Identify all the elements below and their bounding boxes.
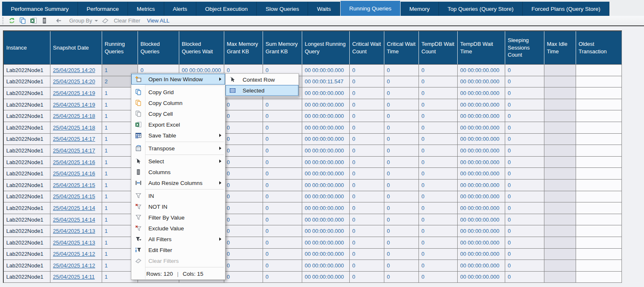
table-cell[interactable]: [576, 260, 622, 272]
table-cell[interactable]: 0: [263, 272, 302, 283]
table-cell[interactable]: 0: [419, 87, 458, 99]
table-cell[interactable]: 0: [263, 134, 302, 145]
table-cell[interactable]: 00 00:00:00.000: [302, 214, 350, 226]
table-cell[interactable]: 25/04/2025 14:13: [50, 225, 102, 237]
menu-item-not-in[interactable]: NOT IN: [131, 201, 225, 212]
table-cell[interactable]: 0: [224, 122, 263, 134]
menu-item-export-excel[interactable]: Export Excel: [131, 119, 225, 130]
table-cell[interactable]: 0: [419, 134, 458, 145]
menu-item-auto-resize-columns[interactable]: Auto Resize Columns: [131, 177, 225, 188]
table-cell[interactable]: 0: [350, 145, 384, 157]
snapshot-date-link[interactable]: 25/04/2025 14:19: [53, 102, 95, 108]
table-cell[interactable]: 0: [419, 260, 458, 272]
table-cell[interactable]: 0: [384, 145, 419, 157]
table-cell[interactable]: 0: [419, 157, 458, 168]
table-cell[interactable]: 0: [350, 157, 384, 168]
table-cell[interactable]: 0: [263, 122, 302, 134]
table-cell[interactable]: Lab2022Node1: [4, 202, 50, 214]
table-cell[interactable]: [576, 214, 622, 226]
table-cell[interactable]: [544, 76, 576, 88]
column-header-max_memory_grant_kb[interactable]: Max Memory Grant KB: [224, 31, 263, 65]
table-cell[interactable]: 0: [384, 87, 419, 99]
table-cell[interactable]: 0: [350, 214, 384, 226]
column-header-critical_wait_time[interactable]: Critical Wait Time: [384, 31, 419, 65]
menu-item-context-row[interactable]: Context Row: [226, 74, 298, 85]
table-cell[interactable]: 0: [419, 65, 458, 76]
tab-top-queries-query-store[interactable]: Top Queries (Query Store): [439, 2, 523, 16]
table-cell[interactable]: 0: [350, 65, 384, 76]
table-cell[interactable]: [576, 272, 622, 283]
table-cell[interactable]: [544, 202, 576, 214]
table-cell[interactable]: 0: [419, 191, 458, 203]
snapshot-date-link[interactable]: 25/04/2025 14:17: [53, 147, 95, 154]
table-cell[interactable]: 0: [384, 191, 419, 203]
snapshot-date-link[interactable]: 25/04/2025 14:12: [53, 262, 95, 269]
table-cell[interactable]: Lab2022Node1: [4, 134, 50, 145]
copy-icon[interactable]: [18, 17, 27, 25]
menu-item-copy-cell[interactable]: Copy Cell: [131, 108, 225, 119]
table-cell[interactable]: 0: [419, 202, 458, 214]
group-by-button[interactable]: Group By: [69, 17, 92, 24]
table-cell[interactable]: 0: [419, 225, 458, 237]
column-header-blocked_queries_wait[interactable]: Blocked Queries Wait: [179, 31, 224, 65]
table-cell[interactable]: 00 00:00:00.000: [302, 134, 350, 145]
table-cell[interactable]: 00 00:00:00.000: [458, 225, 505, 237]
table-cell[interactable]: 0: [505, 157, 544, 168]
menu-item-exclude-value[interactable]: Exclude Value: [131, 223, 225, 234]
table-cell[interactable]: 0: [419, 180, 458, 191]
table-cell[interactable]: Lab2022Node1: [4, 110, 50, 122]
snapshot-date-link[interactable]: 25/04/2025 14:18: [53, 113, 95, 119]
table-cell[interactable]: 0: [384, 249, 419, 260]
table-cell[interactable]: 00 00:00:00.000: [302, 225, 350, 237]
table-cell[interactable]: 0: [419, 76, 458, 88]
table-cell[interactable]: 0: [505, 180, 544, 191]
table-cell[interactable]: Lab2022Node1: [4, 225, 50, 237]
table-cell[interactable]: [544, 145, 576, 157]
table-cell[interactable]: Lab2022Node1: [4, 168, 50, 180]
table-cell[interactable]: 0: [419, 99, 458, 111]
table-cell[interactable]: Lab2022Node1: [4, 145, 50, 157]
table-cell[interactable]: 00 00:00:00.000: [302, 260, 350, 272]
snapshot-date-link[interactable]: 25/04/2025 14:16: [53, 170, 95, 177]
table-cell[interactable]: 00 00:00:00.000: [458, 272, 505, 283]
table-cell[interactable]: [544, 87, 576, 99]
tab-performance[interactable]: Performance: [78, 2, 128, 16]
table-cell[interactable]: 00 00:00:00.000: [458, 157, 505, 168]
table-cell[interactable]: Lab2022Node1: [4, 87, 50, 99]
table-cell[interactable]: 0: [350, 202, 384, 214]
table-cell[interactable]: 0: [384, 225, 419, 237]
column-header-sleeping_sessions_count[interactable]: Sleeping Sessions Count: [505, 31, 544, 65]
table-cell[interactable]: 0: [350, 99, 384, 111]
column-header-instance[interactable]: Instance: [4, 31, 50, 65]
table-cell[interactable]: [544, 225, 576, 237]
table-cell[interactable]: 00 00:00:00.000: [458, 76, 505, 88]
table-cell[interactable]: 0: [505, 87, 544, 99]
column-header-tempdb_wait_time[interactable]: TempDB Wait Time: [458, 31, 505, 65]
table-cell[interactable]: Lab2022Node1: [4, 260, 50, 272]
table-cell[interactable]: 0: [224, 145, 263, 157]
table-cell[interactable]: 0: [224, 99, 263, 111]
table-cell[interactable]: [544, 249, 576, 260]
menu-item-open-in-new-window[interactable]: Open In New Window: [131, 74, 225, 85]
table-cell[interactable]: 0: [350, 180, 384, 191]
table-cell[interactable]: 00 00:00:00.000: [458, 145, 505, 157]
clear-filter-button[interactable]: Clear Filter: [114, 17, 140, 24]
table-cell[interactable]: 25/04/2025 14:18: [50, 110, 102, 122]
table-cell[interactable]: 00 00:00:00.000: [458, 249, 505, 260]
menu-item-selected[interactable]: Selected: [226, 85, 298, 96]
table-cell[interactable]: 0: [263, 249, 302, 260]
table-cell[interactable]: 00 00:00:00.000: [458, 110, 505, 122]
table-cell[interactable]: [544, 110, 576, 122]
table-cell[interactable]: 0: [384, 134, 419, 145]
table-cell[interactable]: 0: [505, 237, 544, 249]
snapshot-date-link[interactable]: 25/04/2025 14:18: [53, 125, 95, 131]
table-cell[interactable]: 25/04/2025 14:15: [50, 191, 102, 203]
snapshot-date-link[interactable]: 25/04/2025 14:17: [53, 136, 95, 142]
snapshot-date-link[interactable]: 25/04/2025 14:12: [53, 251, 95, 257]
table-cell[interactable]: 0: [505, 272, 544, 283]
table-cell[interactable]: 25/04/2025 14:13: [50, 237, 102, 249]
table-cell[interactable]: 00 00:00:00.000: [458, 191, 505, 203]
tab-slow-queries[interactable]: Slow Queries: [257, 2, 308, 16]
view-all-button[interactable]: View ALL: [147, 17, 170, 24]
column-header-longest_running_query[interactable]: Longest Running Query: [302, 31, 350, 65]
